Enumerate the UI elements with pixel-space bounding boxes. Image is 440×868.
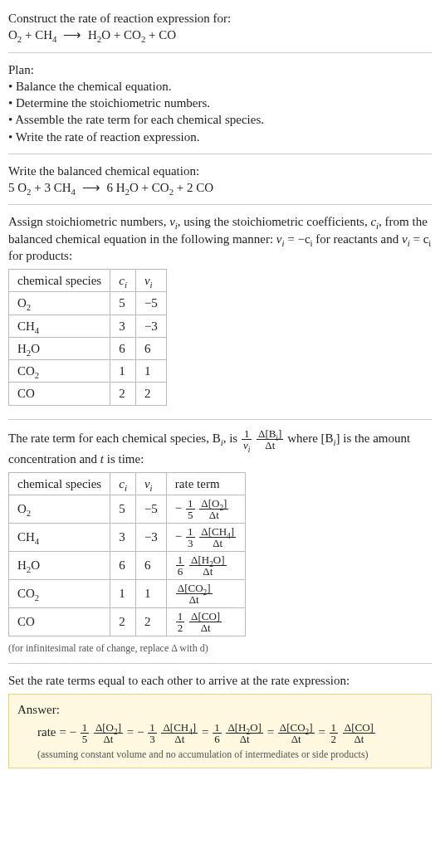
header-title: Construct the rate of reaction expressio… [8,10,432,27]
plan-step: • Determine the stoichiometric numbers. [8,95,432,111]
plan-step: • Assemble the rate term for each chemic… [8,111,432,128]
col-species: chemical species [9,270,110,292]
term: 5 O2 [8,181,32,194]
species-co2: CO2 [124,28,145,41]
unbalanced-equation: O2 + CH4 ⟶ H2O + CO2 + CO [8,27,432,43]
answer-box: Answer: rate = − 15 Δ[O2]Δt = − 13 Δ[CH4… [8,694,432,768]
reaction-arrow-icon: ⟶ [63,27,81,43]
species-co: CO [159,28,176,41]
reaction-arrow-icon: ⟶ [82,179,100,196]
plan: Plan: • Balance the chemical equation. •… [8,56,432,150]
infinitesimal-note: (for infinitesimal rate of change, repla… [8,641,432,655]
table-row: CO2 1 1 Δ[CO2]Δt [9,580,246,608]
final-section: Set the rate terms equal to each other t… [8,667,432,773]
species-o2: O2 [8,28,22,41]
final-title: Set the rate terms equal to each other t… [8,672,432,689]
table-row: O2 5 −5 − 15 Δ[O2]Δt [9,495,246,524]
table-row: CH4 3 −3 [9,315,167,337]
table-row: CO 2 2 12 Δ[CO]Δt [9,608,246,636]
answer-label: Answer: [17,701,423,718]
divider [8,663,432,664]
table-row: CO 2 2 [9,383,167,405]
assign-section: Assign stoichiometric numbers, νi, using… [8,208,432,415]
plan-step: • Write the rate of reaction expression. [8,129,432,145]
fraction: 1 νi [242,428,252,451]
divider [8,154,432,154]
balanced-equation: 5 O2 + 3 CH4 ⟶ 6 H2O + CO2 + 2 CO [8,179,432,196]
table-row: CO2 1 1 [9,360,167,383]
col-ci: ci [110,270,136,292]
table-header-row: chemical species ci νi rate term [9,472,246,495]
stoich-table-2: chemical species ci νi rate term O2 5 −5… [8,472,246,636]
divider [8,419,432,420]
header: Construct the rate of reaction expressio… [8,5,432,49]
rate-expression: rate = − 15 Δ[O2]Δt = − 13 Δ[CH4]Δt = 16… [37,722,423,744]
divider [8,204,432,205]
text: Assign stoichiometric numbers, [8,215,169,228]
table-row: O2 5 −5 [9,292,167,315]
term: 2 CO [187,181,213,194]
answer-note: (assuming constant volume and no accumul… [37,748,423,761]
plan-label: Plan: [8,61,432,78]
fraction: Δ[Bi] Δt [257,428,283,451]
plan-step: • Balance the chemical equation. [8,78,432,95]
table-row: H2O 6 6 [9,337,167,359]
balanced-title: Write the balanced chemical equation: [8,163,432,179]
rate-term-section: The rate term for each chemical species,… [8,423,432,661]
table-row: H2O 6 6 16 Δ[H2O]Δt [9,552,246,580]
term: CO2 [152,181,174,194]
table-row: CH4 3 −3 − 13 Δ[CH4]Δt [9,524,246,552]
divider [8,52,432,53]
term: 3 CH4 [44,181,76,194]
species-h2o: H2O [88,28,110,41]
col-nui: νi [135,270,166,292]
species-ch4: CH4 [35,28,56,41]
stoich-table-1: chemical species ci νi O2 5 −5 CH4 3 −3 … [8,269,167,406]
balanced-equation-section: Write the balanced chemical equation: 5 … [8,158,432,202]
term: 6 H2O [106,181,138,194]
table-header-row: chemical species ci νi [9,270,167,292]
